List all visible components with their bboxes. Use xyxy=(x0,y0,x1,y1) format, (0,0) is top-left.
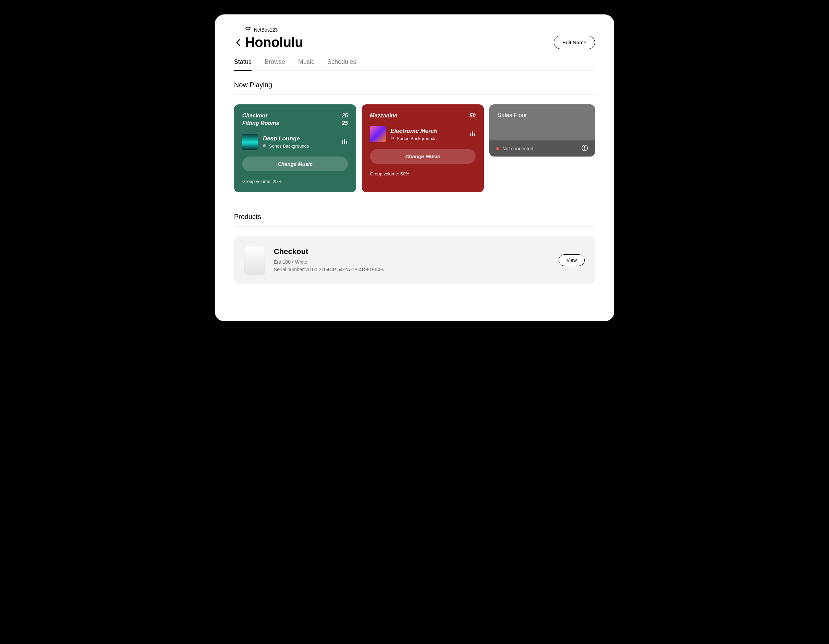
svg-rect-9 xyxy=(392,137,393,139)
now-playing-heading: Now Playing xyxy=(234,81,595,95)
svg-rect-12 xyxy=(472,131,473,136)
status-dot-icon xyxy=(496,147,499,150)
chevron-left-icon xyxy=(236,39,241,46)
back-button[interactable] xyxy=(234,38,242,47)
svg-rect-8 xyxy=(392,136,392,140)
svg-rect-7 xyxy=(391,137,391,139)
wifi-icon xyxy=(245,27,251,33)
tab-browse[interactable]: Browse xyxy=(265,58,285,70)
svg-rect-13 xyxy=(474,134,475,136)
zone-volume: 25 xyxy=(342,120,348,126)
track-info: Deep Lounge Sonos Backgrounds xyxy=(263,135,337,148)
svg-rect-10 xyxy=(394,137,394,139)
wifi-name: NetBos123 xyxy=(254,27,277,33)
sonos-icon xyxy=(391,136,395,141)
track-source: Sonos Backgrounds xyxy=(391,136,465,141)
page-title: Honolulu xyxy=(245,35,303,50)
title-row: Honolulu Edit Name xyxy=(234,35,595,50)
now-playing-cards: Checkout 25 Fitting Rooms 25 Deep Lounge xyxy=(234,104,595,192)
svg-rect-16 xyxy=(584,149,585,150)
zone-card-checkout[interactable]: Checkout 25 Fitting Rooms 25 Deep Lounge xyxy=(234,104,356,192)
zone-volume: 50 xyxy=(470,113,476,119)
track-source-label: Sonos Backgrounds xyxy=(269,144,309,148)
tab-schedules[interactable]: Schedules xyxy=(327,58,356,70)
product-model: Era 100 • White xyxy=(274,258,550,266)
zone-card-mezzanine[interactable]: Mezzanine 50 Electronic Merch Sonos Back… xyxy=(362,104,484,192)
zone-line: Checkout 25 xyxy=(242,113,348,119)
view-product-button[interactable]: View xyxy=(559,254,585,266)
status-text: Not connected xyxy=(502,146,533,152)
group-volume-label: Group volume: 25% xyxy=(242,179,348,184)
product-card: Checkout Era 100 • White Serial number: … xyxy=(234,236,595,284)
title-left: Honolulu xyxy=(234,35,303,50)
speaker-icon xyxy=(244,246,265,275)
sonos-icon xyxy=(263,144,267,148)
zone-card-sales-floor[interactable]: Sales Floor Not connected xyxy=(489,104,595,156)
product-name: Checkout xyxy=(274,247,550,256)
edit-name-button[interactable]: Edit Name xyxy=(554,36,595,49)
group-volume-label: Group volume: 50% xyxy=(370,171,476,177)
products-heading: Products xyxy=(234,213,595,227)
svg-rect-5 xyxy=(344,139,345,144)
tab-music[interactable]: Music xyxy=(298,58,314,70)
tab-bar: Status Browse Music Schedules xyxy=(234,58,595,71)
track-info: Electronic Merch Sonos Backgrounds xyxy=(391,128,465,141)
alert-icon xyxy=(581,145,588,152)
equalizer-icon xyxy=(470,131,476,138)
track-row: Deep Lounge Sonos Backgrounds xyxy=(242,134,348,150)
tab-status[interactable]: Status xyxy=(234,58,252,70)
svg-rect-3 xyxy=(266,145,266,146)
wifi-status: NetBos123 xyxy=(245,27,595,33)
track-title: Electronic Merch xyxy=(391,128,465,134)
track-title: Deep Lounge xyxy=(263,135,337,142)
svg-rect-6 xyxy=(346,141,347,144)
zone-line: Mezzanine 50 xyxy=(370,113,476,119)
equalizer-icon xyxy=(342,138,348,145)
track-source: Sonos Backgrounds xyxy=(263,144,337,148)
zone-name: Fitting Rooms xyxy=(242,120,279,126)
track-row: Electronic Merch Sonos Backgrounds xyxy=(370,126,476,142)
svg-rect-2 xyxy=(265,145,266,147)
svg-rect-15 xyxy=(584,146,585,148)
change-music-button[interactable]: Change Music xyxy=(370,149,476,164)
svg-rect-4 xyxy=(342,140,343,144)
zone-title: Sales Floor xyxy=(489,104,595,126)
zone-status-bar: Not connected xyxy=(489,140,595,156)
album-art xyxy=(370,126,386,142)
svg-rect-11 xyxy=(470,133,471,136)
track-source-label: Sonos Backgrounds xyxy=(397,136,437,141)
zone-line: Fitting Rooms 25 xyxy=(242,120,348,126)
svg-rect-1 xyxy=(264,144,265,147)
zone-name: Mezzanine xyxy=(370,113,397,119)
tablet-frame: NetBos123 Honolulu Edit Name Status Brow… xyxy=(207,7,622,329)
product-info: Checkout Era 100 • White Serial number: … xyxy=(274,247,550,274)
album-art xyxy=(242,134,258,150)
svg-rect-0 xyxy=(263,145,264,147)
change-music-button[interactable]: Change Music xyxy=(242,156,348,171)
zone-volume: 25 xyxy=(342,113,348,119)
product-serial: Serial number: A100 2104CP 54-2A-1B-4D-8… xyxy=(274,266,550,273)
zone-name: Checkout xyxy=(242,113,267,119)
app-screen: NetBos123 Honolulu Edit Name Status Brow… xyxy=(215,14,614,321)
